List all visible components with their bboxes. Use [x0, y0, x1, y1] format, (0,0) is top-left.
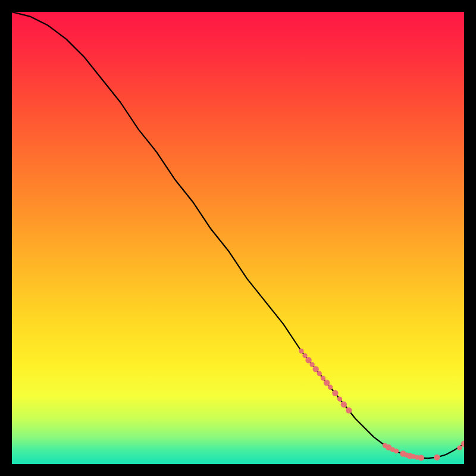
highlight-dot: [302, 353, 307, 358]
chart-frame: TheBottleneck.com: [12, 12, 464, 464]
highlight-dot: [317, 371, 322, 376]
highlight-dot: [337, 396, 342, 401]
highlight-dot: [394, 449, 399, 453]
highlight-dot: [346, 407, 352, 413]
highlight-dot: [324, 380, 330, 386]
highlight-dot: [313, 366, 319, 372]
highlight-dot: [341, 402, 347, 408]
highlight-dot: [299, 349, 303, 353]
highlight-dot: [305, 357, 311, 363]
highlight-dot: [321, 375, 325, 380]
gradient-background: [12, 12, 464, 464]
highlight-dot: [418, 455, 424, 461]
highlight-dot: [332, 390, 338, 396]
highlight-dot: [434, 454, 440, 460]
highlight-dot: [328, 385, 333, 390]
highlight-dot: [309, 362, 314, 367]
highlight-dot: [457, 445, 462, 450]
bottleneck-plot: [12, 12, 464, 464]
